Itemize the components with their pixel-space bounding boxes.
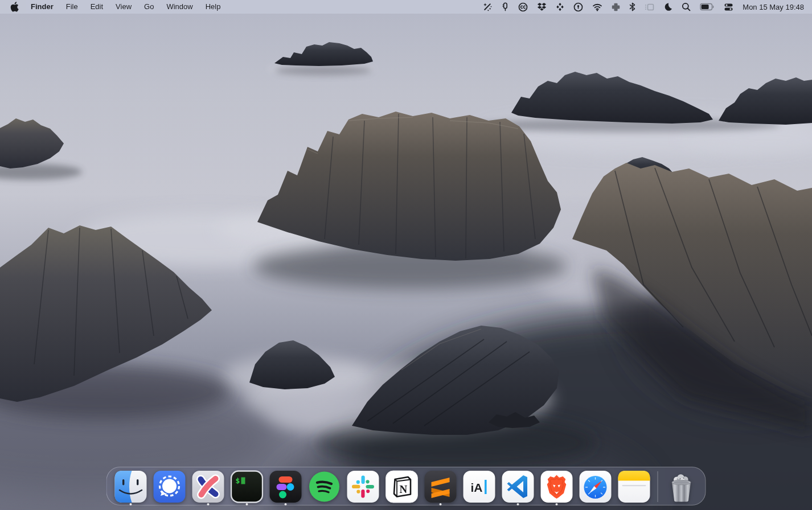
notion-icon: N bbox=[386, 470, 419, 503]
ia-writer-icon: iA bbox=[463, 470, 496, 503]
ia-glyph: iA bbox=[471, 481, 483, 494]
dock-item-slack[interactable] bbox=[347, 470, 380, 506]
trash-full-icon bbox=[665, 470, 698, 503]
running-indicator bbox=[556, 503, 558, 505]
adobe-creative-cloud-icon[interactable] bbox=[514, 0, 532, 14]
dock-item-trash[interactable] bbox=[665, 470, 698, 506]
sparkle-slash-icon[interactable] bbox=[478, 0, 497, 14]
dock-item-terminal[interactable]: $ bbox=[231, 470, 264, 506]
battery-icon[interactable] bbox=[695, 0, 719, 14]
dock-item-sublime-text[interactable] bbox=[424, 470, 457, 506]
figma-icon bbox=[269, 470, 302, 503]
slack-icon bbox=[347, 470, 380, 503]
menu-bar: Finder File Edit View Go Window Help bbox=[0, 0, 812, 14]
1password-icon[interactable] bbox=[569, 0, 588, 14]
dock-item-notes[interactable] bbox=[618, 470, 651, 506]
apple-menu[interactable] bbox=[7, 2, 24, 12]
dock-item-finder[interactable] bbox=[114, 470, 147, 506]
dock-item-craft[interactable] bbox=[192, 470, 225, 506]
spotify-icon bbox=[308, 470, 341, 503]
health-cross-icon[interactable] bbox=[607, 0, 625, 14]
desktop[interactable]: Finder File Edit View Go Window Help bbox=[0, 0, 812, 510]
focus-moon-icon[interactable] bbox=[659, 0, 677, 14]
menu-item-go[interactable]: Go bbox=[138, 0, 159, 14]
dock-item-figma[interactable] bbox=[269, 470, 302, 506]
notion-n-glyph: N bbox=[400, 483, 408, 495]
dock-divider[interactable] bbox=[658, 471, 658, 502]
signal-icon bbox=[153, 470, 186, 503]
menu-item-help[interactable]: Help bbox=[200, 0, 227, 14]
bluetooth-icon[interactable] bbox=[625, 0, 640, 14]
dropbox-icon[interactable] bbox=[532, 0, 551, 14]
running-indicator bbox=[285, 503, 287, 505]
sublime-text-icon bbox=[424, 470, 457, 503]
finder-icon bbox=[114, 470, 147, 503]
vscode-icon bbox=[502, 470, 535, 503]
diamond-cluster-icon[interactable] bbox=[551, 0, 569, 14]
control-center-icon[interactable] bbox=[719, 0, 738, 14]
menu-item-finder[interactable]: Finder bbox=[25, 0, 59, 14]
dock: $ bbox=[106, 467, 706, 505]
running-indicator bbox=[246, 503, 248, 505]
apple-logo-icon bbox=[10, 2, 19, 12]
running-indicator bbox=[130, 503, 132, 505]
menu-item-file[interactable]: File bbox=[60, 0, 84, 14]
menu-item-window[interactable]: Window bbox=[161, 0, 198, 14]
dock-item-vscode[interactable] bbox=[502, 470, 535, 506]
menu-item-view[interactable]: View bbox=[110, 0, 137, 14]
terminal-prompt-glyph: $ bbox=[236, 476, 240, 485]
safari-icon bbox=[579, 470, 612, 503]
running-indicator bbox=[440, 503, 442, 505]
craft-icon bbox=[192, 470, 225, 503]
key-pill-icon[interactable] bbox=[497, 0, 514, 14]
wallpaper-image bbox=[0, 0, 812, 510]
terminal-icon: $ bbox=[231, 470, 264, 503]
sidebar-display-icon[interactable] bbox=[640, 0, 659, 14]
dock-item-signal[interactable] bbox=[153, 470, 186, 506]
wifi-icon[interactable] bbox=[588, 0, 607, 14]
brave-icon bbox=[540, 470, 573, 503]
dock-item-ia-writer[interactable]: iA bbox=[463, 470, 496, 506]
dock-item-notion[interactable]: N bbox=[386, 470, 419, 506]
running-indicator bbox=[517, 503, 519, 505]
dock-item-safari[interactable] bbox=[579, 470, 612, 506]
notes-icon bbox=[618, 470, 651, 503]
spotlight-search-icon[interactable] bbox=[677, 0, 695, 14]
running-indicator bbox=[207, 503, 210, 505]
menu-bar-clock[interactable]: Mon 15 May 19:48 bbox=[738, 3, 805, 11]
dock-item-spotify[interactable] bbox=[308, 470, 341, 506]
dock-item-brave[interactable] bbox=[540, 470, 573, 506]
menu-item-edit[interactable]: Edit bbox=[85, 0, 109, 14]
